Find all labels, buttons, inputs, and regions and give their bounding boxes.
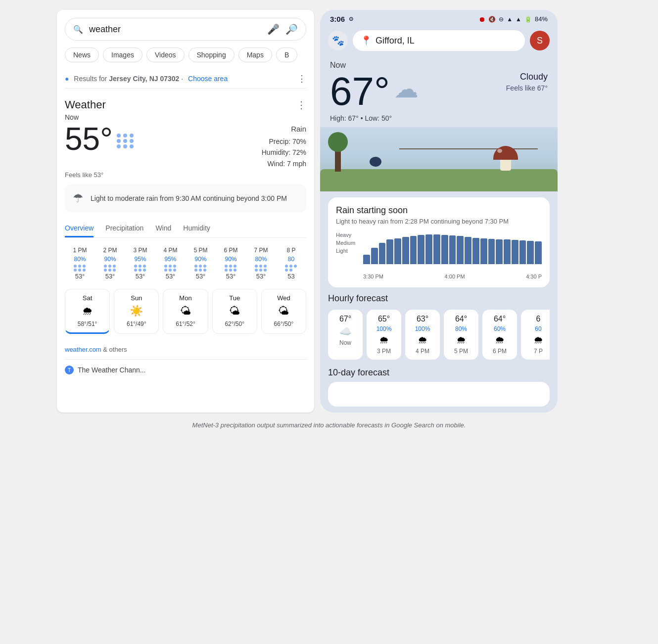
ground: [320, 169, 558, 191]
location-separator: ·: [181, 75, 185, 83]
hourly-forecast-section: Hourly forecast 67° ☁️ Now 65° 100% 🌧 3 …: [328, 293, 550, 360]
mobile-hourly-7pm: 6 60 🌧 7 P: [521, 310, 550, 360]
hourly-forecast-title: Hourly forecast: [328, 293, 550, 304]
more-options-icon[interactable]: ⋮: [297, 73, 306, 84]
feels-like: Feels like 53°: [65, 171, 306, 179]
choose-area-link[interactable]: Choose area: [188, 75, 228, 83]
filter-tabs: News Images Videos Shopping Maps B: [65, 47, 306, 62]
location-search-bar[interactable]: 📍 Gifford, IL: [353, 30, 525, 51]
filter-tab-news[interactable]: News: [65, 47, 99, 62]
rain-dot: [123, 139, 127, 143]
daily-forecast-grid: Sat 🌧 58°/51° Sun ☀️ 61°/49° Mon 🌤 61°/5…: [65, 289, 306, 334]
mobile-condition-right: Cloudy Feels like 67°: [506, 72, 548, 92]
location-city: Jersey City, NJ 07302: [109, 75, 179, 83]
hourly-rain-icon-3pm: 🌧: [373, 334, 395, 346]
ten-day-card: [328, 382, 550, 407]
signal-icon: ▲: [516, 16, 521, 23]
weather-menu-icon[interactable]: ⋮: [296, 99, 306, 111]
page-caption: MetNet-3 precipitation output summarized…: [192, 421, 466, 429]
current-temperature: 55°: [65, 123, 113, 155]
mobile-hourly-now: 67° ☁️ Now: [328, 310, 363, 360]
pet-icon[interactable]: 🐾: [328, 31, 348, 50]
record-icon: ⏺: [478, 15, 485, 23]
rain-dot: [117, 134, 121, 138]
daily-mon[interactable]: Mon 🌤 61°/52°: [163, 289, 208, 334]
chart-bar: [472, 238, 479, 264]
mobile-hourly-5pm: 64° 80% 🌧 5 PM: [444, 310, 478, 360]
filter-tab-maps[interactable]: Maps: [238, 47, 272, 62]
mushroom: [493, 146, 518, 171]
search-bar[interactable]: 🔍 weather 🎤 🔎: [65, 18, 306, 41]
tab-overview[interactable]: Overview: [65, 220, 94, 237]
rain-starting-title: Rain starting soon: [336, 205, 542, 216]
rain-dot: [130, 134, 134, 138]
temp-left: 55°: [65, 123, 135, 155]
filter-tab-videos[interactable]: Videos: [146, 47, 185, 62]
main-container: 🔍 weather 🎤 🔎 News Images Videos Shoppin…: [57, 10, 601, 413]
location-pin-icon: 📍: [361, 35, 372, 46]
precipitation-chart: Heavy Medium Light: [336, 232, 542, 272]
filter-tab-shopping[interactable]: Shopping: [188, 47, 235, 62]
hourly-col-6: 6 PM 90% 53°: [216, 245, 246, 282]
sat-icon: 🌧: [69, 305, 105, 318]
daily-sun[interactable]: Sun ☀️ 61°/49°: [114, 289, 159, 334]
chart-bars: [363, 232, 542, 264]
weather-tabs: Overview Precipitation Wind Humidity: [65, 220, 306, 238]
rain-icon-2: [104, 265, 116, 272]
sun-icon: ☀️: [118, 305, 154, 318]
tree: [335, 147, 341, 172]
rain-icon-8: [285, 265, 297, 272]
chart-bar: [480, 238, 487, 264]
weather-card: Weather ⋮ Now 55°: [65, 94, 306, 346]
chart-time-labels: 3:30 PM 4:00 PM 4:30 P: [363, 274, 542, 279]
mobile-cards: Rain starting soon Light to heavy rain f…: [320, 191, 558, 413]
location-prefix: Results for: [74, 75, 107, 83]
rain-icon: [117, 134, 135, 148]
rain-icon-3: [134, 265, 146, 272]
hourly-col-3: 3 PM 95% 53°: [125, 245, 155, 282]
chart-bar: [512, 240, 518, 264]
others-label: & others: [103, 346, 127, 353]
tab-humidity[interactable]: Humidity: [183, 220, 210, 237]
ten-day-title: 10-day forecast: [328, 366, 550, 382]
rain-icon-4: [164, 265, 177, 272]
search-query: weather: [89, 24, 261, 35]
location-bar: ● Results for Jersey City, NJ 07302 · Ch…: [65, 69, 306, 89]
chart-bar: [410, 236, 417, 264]
weather-source-link[interactable]: weather.com: [65, 346, 101, 353]
mobile-now-label: Now: [330, 61, 548, 70]
wind-text: Wind: 7 mph: [262, 158, 306, 169]
rain-dot: [117, 144, 121, 148]
location-info: ● Results for Jersey City, NJ 07302 · Ch…: [65, 75, 228, 83]
hourly-col-7: 7 PM 80% 53°: [246, 245, 276, 282]
wifi-icon: ▲: [507, 16, 513, 23]
daily-tue[interactable]: Tue 🌤 62°/50°: [212, 289, 257, 334]
weather-title: Weather ⋮: [65, 98, 306, 111]
mobile-weather-main: Now 67° ☁ Cloudy Feels like 67° High: 67…: [320, 56, 558, 122]
hourly-cloud-icon: ☁️: [334, 325, 357, 337]
microphone-icon[interactable]: 🎤: [267, 23, 280, 35]
chart-bar: [449, 235, 456, 264]
daily-wed[interactable]: Wed 🌤 66°/50°: [261, 289, 306, 334]
chart-bar: [371, 248, 378, 264]
google-lens-icon[interactable]: 🔎: [285, 23, 298, 35]
user-avatar[interactable]: S: [530, 31, 550, 50]
tab-precipitation[interactable]: Precipitation: [105, 220, 143, 237]
ten-day-section: 10-day forecast: [328, 366, 550, 407]
tue-icon: 🌤: [217, 305, 253, 318]
filter-tab-images[interactable]: Images: [103, 47, 142, 62]
chart-bar: [465, 237, 471, 264]
cloud-icon: ☁: [394, 77, 419, 101]
rain-dot: [130, 144, 134, 148]
tab-wind[interactable]: Wind: [155, 220, 171, 237]
rain-dot: [123, 144, 127, 148]
mobile-condition: Cloudy: [506, 72, 548, 82]
chart-bar: [433, 234, 440, 264]
daily-sat[interactable]: Sat 🌧 58°/51°: [65, 289, 110, 334]
weather-temp-row: 55° Rain Precip: 70%: [65, 123, 306, 169]
chart-bar: [386, 239, 393, 264]
filter-tab-more[interactable]: B: [276, 47, 297, 62]
wed-icon: 🌤: [266, 305, 302, 318]
rain-dot: [117, 139, 121, 143]
chart-labels: Heavy Medium Light: [336, 232, 355, 254]
